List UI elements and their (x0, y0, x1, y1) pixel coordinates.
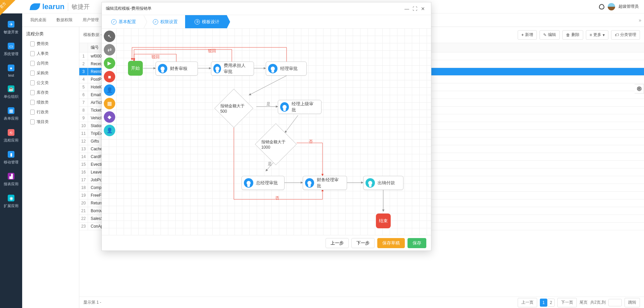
username[interactable]: 超级管理员 (618, 4, 639, 9)
approval-node-senior-manager[interactable]: 经理上级审批 (278, 100, 321, 114)
vnav-item[interactable]: ▦表单应用 (0, 103, 22, 125)
vnav-icon: ▦ (8, 107, 14, 114)
vnav-item[interactable]: ⎋流程应用 (0, 125, 22, 147)
vnav-item[interactable]: ▭系统管理 (0, 39, 22, 61)
row-index: 7 (79, 99, 88, 106)
tree-item[interactable]: 行政类 (22, 107, 79, 117)
vnav-item[interactable]: ●test (0, 61, 22, 81)
tree-item[interactable]: 库存类 (22, 88, 79, 98)
approval-node-cashier[interactable]: 出纳付款 (363, 176, 403, 190)
step-badge: ③ (195, 19, 200, 25)
approval-node-finance-review[interactable]: 财务审核 (156, 62, 198, 76)
category-manage-button[interactable]: 🏷 分类管理 (611, 30, 640, 40)
page-number[interactable]: 2 (547, 299, 555, 307)
row-index: 20 (79, 199, 88, 207)
vnav-icon: ● (8, 65, 14, 71)
palette-tool[interactable]: ■ (104, 71, 115, 82)
goto-page-input[interactable] (608, 299, 622, 306)
add-button[interactable]: 新增 (518, 30, 537, 40)
brand-subtitle: 敏捷开 (68, 3, 90, 11)
vnav-item[interactable]: ▟报表应用 (0, 169, 22, 191)
avatar[interactable] (608, 3, 615, 10)
save-button[interactable]: 保存 (407, 238, 426, 248)
palette-tool[interactable]: 👤 (104, 125, 115, 136)
vnav-item[interactable]: ✈敏捷开发 (0, 17, 22, 39)
palette-tool[interactable]: 👤 (104, 84, 115, 96)
wizard-step[interactable]: ✓基本配置 (102, 15, 143, 28)
settings-gear-icon[interactable] (635, 84, 644, 93)
workspace-tab[interactable]: 数据权限 (56, 13, 73, 27)
tree-item[interactable]: 人事类 (22, 49, 79, 59)
row-index: 17 (79, 176, 88, 184)
more-button[interactable]: ≡ 更多 ▾ (586, 30, 608, 40)
vnav-label: 单位组织 (4, 94, 18, 99)
delete-button[interactable]: 🗑 删除 (562, 30, 583, 40)
workspace-tab[interactable]: 用户管理 (83, 13, 99, 27)
maximize-icon[interactable]: ⛶ (411, 5, 419, 13)
close-icon[interactable]: ✕ (419, 5, 427, 13)
next-step-button[interactable]: 下一步 (351, 238, 375, 248)
person-icon (158, 64, 167, 73)
header-blank (79, 43, 88, 52)
palette-tool[interactable]: ⇄ (104, 44, 115, 55)
person-icon (244, 178, 253, 188)
tree-item[interactable]: 项目类 (22, 117, 79, 127)
total-pages: 共2页,到 (590, 300, 606, 305)
wizard-step[interactable]: ✓权限设置 (143, 15, 185, 28)
minimize-icon[interactable]: — (403, 5, 411, 13)
edge-label-no: 否 (275, 195, 279, 201)
palette-tool[interactable]: ▶ (104, 57, 115, 69)
bell-icon[interactable] (599, 4, 604, 9)
palette-tool[interactable]: ◆ (104, 111, 115, 123)
modal-footer: 上一步 下一步 保存草稿 保存 (102, 235, 431, 251)
approval-node-expense-owner[interactable]: 费用承担人审批 (211, 62, 254, 76)
row-index: 15 (79, 161, 88, 168)
vnav-item[interactable]: ▮移动管理 (0, 147, 22, 169)
palette-tool[interactable]: ↖ (104, 31, 115, 42)
edge-label-reject: 驳回 (152, 54, 160, 60)
workflow-canvas[interactable]: ↖⇄▶■👤▦◆👤 (102, 29, 431, 235)
row-index: 10 (79, 122, 88, 129)
start-node[interactable]: 开始 (128, 61, 143, 76)
vnav-item[interactable]: ☕单位组织 (0, 81, 22, 103)
wizard-step[interactable]: ③模板设计 (185, 15, 227, 28)
page-number[interactable]: 1 (540, 299, 547, 307)
step-label: 基本配置 (119, 19, 136, 25)
row-index: 9 (79, 114, 88, 122)
vnav-icon: ▟ (8, 173, 14, 180)
edge-label-reject: 驳回 (208, 48, 216, 54)
approval-node-finance-manager[interactable]: 财务经理审批 (303, 176, 347, 190)
vnav-label: 扩展应用 (4, 203, 18, 208)
vnav-icon: ◉ (8, 195, 14, 201)
logo-swoosh-icon (30, 3, 40, 10)
row-index: 19 (79, 192, 88, 199)
workspace-tab[interactable]: 我的桌面 (30, 13, 46, 27)
row-index: 6 (79, 91, 88, 99)
end-node[interactable]: 结束 (376, 214, 391, 228)
row-index: 12 (79, 138, 88, 145)
tree-item[interactable]: 公文类 (22, 78, 79, 88)
vnav-label: 移动管理 (4, 160, 18, 165)
vnav-label: 敏捷开发 (4, 30, 18, 35)
approval-node-gm[interactable]: 总经理审批 (242, 176, 285, 190)
prev-page-button[interactable]: 上一页 (518, 298, 537, 307)
prev-step-button[interactable]: 上一步 (326, 238, 349, 248)
tree-item[interactable]: 费用类 (22, 39, 79, 49)
save-draft-button[interactable]: 保存草稿 (377, 238, 405, 248)
next-page-button[interactable]: 下一页 (557, 298, 577, 307)
condition-node-500[interactable]: 报销金额大于500 (214, 89, 253, 128)
last-page-link[interactable]: 尾页 (579, 300, 588, 305)
edit-button[interactable]: ✎ 编辑 (540, 30, 560, 40)
tree-item[interactable]: 采购类 (22, 68, 79, 78)
tabs-collapse-icon[interactable]: » (639, 17, 641, 23)
palette-tool[interactable]: ▦ (104, 98, 115, 109)
edge-label-yes: 是 (268, 161, 272, 167)
condition-node-1000[interactable]: 报销金额大于1000 (255, 123, 297, 165)
vnav-item[interactable]: ◉扩展应用 (0, 191, 22, 213)
edge-label-no: 否 (309, 139, 313, 145)
tree-item[interactable]: 合同类 (22, 59, 79, 68)
goto-page-button[interactable]: 跳转 (625, 298, 640, 307)
approval-node-manager[interactable]: 经理审批 (266, 62, 307, 76)
tree-item[interactable]: 绩效类 (22, 98, 79, 107)
row-index: 18 (79, 184, 88, 191)
